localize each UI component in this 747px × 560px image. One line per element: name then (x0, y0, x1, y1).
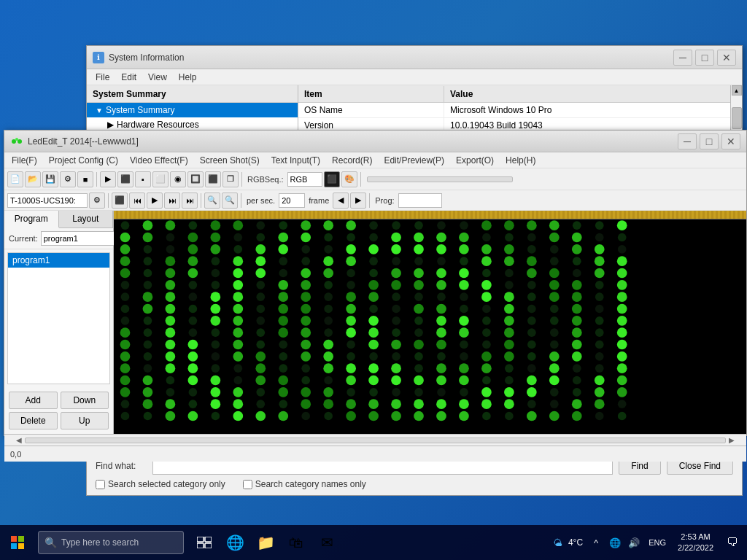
tb-btn7[interactable]: ⬛ (117, 171, 133, 187)
tb-new-btn[interactable]: 📄 (7, 171, 23, 187)
check-selected-category[interactable]: Search selected category only (96, 479, 225, 489)
start-button[interactable] (0, 525, 35, 560)
tb-stop-btn[interactable]: ⬛ (112, 192, 128, 209)
taskbar-explorer[interactable]: 📁 (251, 528, 280, 557)
per-sec-input[interactable] (279, 193, 305, 208)
lededit-scrollbar[interactable]: ◀ ▶ (4, 434, 746, 446)
down-button[interactable]: Down (61, 392, 109, 409)
svg-point-1 (15, 138, 18, 141)
sysinfo-menu-file[interactable]: File (90, 71, 115, 84)
desktop: ℹ System Information ─ □ ✕ File Edit Vie… (0, 0, 747, 560)
current-label: Current: (9, 234, 38, 243)
clock-time: 2:53 AM (678, 532, 713, 542)
tray-lang[interactable]: ENG (644, 531, 670, 554)
tb-play-btn[interactable]: ▶ (147, 192, 163, 209)
menu-file[interactable]: File(F) (6, 154, 43, 167)
tray-chevron[interactable]: ^ (587, 531, 605, 554)
tb-device-btn[interactable]: ⚙ (89, 192, 105, 209)
sysinfo-menu-edit[interactable]: Edit (115, 71, 142, 84)
tb-zoom2-btn[interactable]: 🔍 (222, 192, 238, 209)
tb-color-btn[interactable]: ⬛ (324, 171, 340, 187)
taskbar-search[interactable]: 🔍 Type here to search (38, 531, 184, 554)
col-header-item: Item (298, 86, 444, 102)
program-list[interactable]: program1 (7, 252, 110, 384)
sysinfo-minimize-button[interactable]: ─ (673, 50, 692, 66)
tb-next-btn[interactable]: ⏭ (164, 192, 180, 209)
tree-sub-expand-icon: ▶ (107, 120, 114, 130)
svg-rect-5 (11, 543, 17, 549)
tray-volume[interactable]: 🔊 (625, 531, 643, 554)
tb-btn12[interactable]: ⬛ (205, 171, 221, 187)
sysinfo-menu-view[interactable]: View (142, 71, 173, 84)
tb-btn8[interactable]: ▪ (135, 171, 151, 187)
h-scroll-track[interactable] (25, 438, 726, 443)
lededit-minimize-button[interactable]: ─ (678, 133, 697, 149)
tb-frame-btn2[interactable]: ▶ (350, 192, 366, 209)
lededit-title: LedEdit_T 2014[--Lewwwd1] (28, 136, 678, 147)
tb-btn5[interactable]: ■ (77, 171, 93, 187)
program-buttons: Add Down Delete Up (4, 387, 113, 434)
check-selected-category-input[interactable] (96, 480, 105, 489)
tb-zoom-btn[interactable]: 🔍 (204, 192, 220, 209)
svg-point-2 (18, 139, 22, 144)
frame-label: frame (309, 196, 329, 205)
rgb-input[interactable] (287, 172, 322, 187)
lededit-window: LedEdit_T 2014[--Lewwwd1] ─ □ ✕ File(F) … (4, 130, 747, 436)
lededit-close-button[interactable]: ✕ (721, 133, 740, 149)
add-button[interactable]: Add (9, 392, 58, 409)
tb-palette-btn[interactable]: 🎨 (341, 171, 357, 187)
lededit-status-bar: 0,0 (4, 446, 746, 462)
menu-screen-shot[interactable]: Screen Shot(S) (194, 154, 266, 167)
sysinfo-menu-help[interactable]: Help (173, 71, 203, 84)
check-category-names[interactable]: Search category names only (243, 479, 366, 489)
tb-btn10[interactable]: ◉ (170, 171, 186, 187)
lededit-titlebar: LedEdit_T 2014[--Lewwwd1] ─ □ ✕ (4, 131, 746, 152)
taskbar-task-view[interactable] (190, 528, 219, 557)
tb-prev-btn[interactable]: ⏮ (129, 192, 145, 209)
program-item[interactable]: program1 (8, 253, 109, 268)
tree-item-system-summary[interactable]: ▼ System Summary (87, 103, 298, 117)
sysinfo-close-button[interactable]: ✕ (717, 50, 736, 66)
lededit-left-panel: Program Layout Current: program1 Add Dow… (4, 211, 114, 434)
tb-open-btn[interactable]: 📂 (25, 171, 41, 187)
tree-sub-item-label: Hardware Resources (117, 120, 199, 130)
menu-text-input[interactable]: Text Input(T) (266, 154, 326, 167)
tray-weather[interactable]: 🌤 (549, 531, 567, 554)
cell-os-name-value: Microsoft Windows 10 Pro (444, 103, 557, 117)
tb-end-btn[interactable]: ⏭ (182, 192, 198, 209)
tray-temperature: 4°C (568, 537, 583, 548)
tray-network[interactable]: 🌐 (606, 531, 624, 554)
taskbar-store[interactable]: 🛍 (282, 528, 311, 557)
tb-btn13[interactable]: ❒ (222, 171, 239, 187)
taskbar-edge[interactable]: 🌐 (220, 528, 249, 557)
device-input[interactable] (7, 193, 88, 208)
sysinfo-maximize-button[interactable]: □ (695, 50, 714, 66)
menu-export[interactable]: Export(O) (450, 154, 500, 167)
prog-input[interactable] (398, 193, 442, 208)
tb-sep4 (108, 193, 109, 208)
tab-program[interactable]: Program (4, 211, 59, 228)
taskbar-mail[interactable]: ✉ (312, 528, 341, 557)
menu-help[interactable]: Help(H) (500, 154, 541, 167)
check-category-names-input[interactable] (243, 480, 252, 489)
tab-layout[interactable]: Layout (59, 211, 114, 228)
tb-btn6[interactable]: ▶ (100, 171, 116, 187)
up-button[interactable]: Up (61, 412, 109, 429)
menu-video-effect[interactable]: Video Effect(F) (124, 154, 194, 167)
menu-project-config[interactable]: Project Config (C) (43, 154, 124, 167)
clock[interactable]: 2:53 AM 2/22/2022 (672, 532, 719, 554)
tb-btn9[interactable]: ⬜ (152, 171, 169, 187)
check-category-names-label: Search category names only (255, 479, 366, 489)
tb-save-btn[interactable]: 💾 (42, 171, 58, 187)
notification-button[interactable]: 🗨 (721, 531, 744, 554)
tb-slider[interactable] (367, 176, 513, 182)
scrollbar-thumb[interactable] (732, 107, 742, 129)
find-checkboxes: Search selected category only Search cat… (96, 479, 733, 489)
lededit-maximize-button[interactable]: □ (700, 133, 719, 149)
menu-record[interactable]: Record(R) (326, 154, 378, 167)
tb-btn11[interactable]: 🔲 (187, 171, 204, 187)
menu-edit-preview[interactable]: Edit/Preview(P) (378, 154, 450, 167)
delete-button[interactable]: Delete (9, 412, 58, 429)
tb-btn4[interactable]: ⚙ (60, 171, 76, 187)
tb-frame-btn1[interactable]: ◀ (333, 192, 349, 209)
